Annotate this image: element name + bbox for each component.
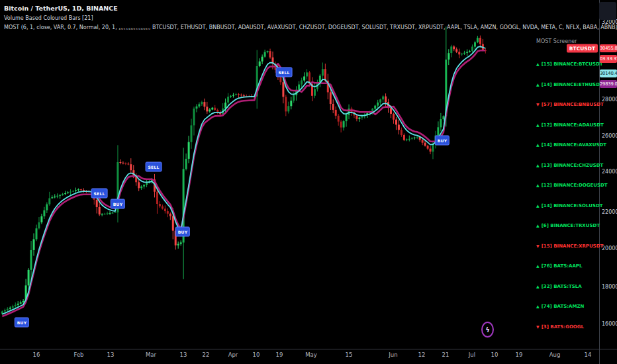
trend-down-icon: ▼	[536, 324, 540, 329]
signal-bar-count: [6]	[542, 223, 551, 228]
lightning-badge-icon[interactable]: ϟ	[481, 322, 494, 338]
screener-symbol-label: BINANCE:DOGEUSDT	[553, 183, 607, 188]
signal-bar-count: [15]	[542, 244, 554, 249]
time-axis-label: 21	[442, 351, 450, 358]
screener-row[interactable]: ▲[76] BATS:AAPL	[536, 263, 582, 269]
buy-signal-label: BUY	[15, 318, 29, 328]
indicator-label-most[interactable]: MOST (6, 1, close, VAR, 0.7, Normal, 20,…	[4, 24, 617, 30]
time-axis-label: 19	[516, 351, 523, 358]
signal-bar-count: [15]	[542, 62, 554, 67]
trend-up-icon: ▲	[536, 183, 540, 187]
trend-up-icon: ▲	[536, 223, 540, 228]
time-axis-label: 15	[346, 351, 353, 358]
sell-signal-label: SELL	[146, 162, 162, 172]
screener-symbol-label: BATS:AMZN	[553, 304, 584, 309]
screener-symbol-label: BINANCE:AVAXUSDT	[553, 142, 606, 148]
screener-symbol-label: BINANCE:BNBUSDT	[553, 102, 604, 107]
screener-row[interactable]: ▲[12] BINANCE:DOGEUSDT	[536, 183, 608, 188]
buy-signal-label: BUY	[111, 199, 125, 209]
time-axis-label: 14	[585, 351, 592, 358]
signal-bar-count: [32]	[542, 284, 554, 289]
time-axis-label: 10	[253, 351, 260, 358]
trend-up-icon: ▲	[536, 304, 540, 308]
trend-up-icon: ▲	[536, 163, 540, 167]
screener-symbol-label: BINANCE:SOLUSDT	[553, 203, 602, 208]
symbol-price-tag: BTCUSDT	[567, 44, 598, 53]
bar-countdown-tag: 03:33:37	[600, 55, 617, 63]
time-axis-label: Feb	[73, 351, 83, 358]
price-axis-label: 20000.00	[602, 246, 617, 251]
screener-row[interactable]: ▲[32] BATS:TSLA	[536, 284, 582, 289]
signal-bar-count: [12]	[542, 122, 554, 128]
trend-up-icon: ▲	[536, 82, 540, 87]
chart-legend: Bitcoin / TetherUS, 1D, BINANCE Volume B…	[4, 5, 617, 34]
symbol-title[interactable]: Bitcoin / TetherUS, 1D, BINANCE	[4, 5, 617, 12]
signal-bar-count: [74]	[542, 304, 554, 309]
screener-row[interactable]: ▲[14] BINANCE:SOLUSDT	[536, 203, 603, 208]
trend-up-icon: ▲	[536, 62, 540, 66]
time-axis-label: 10	[491, 351, 498, 358]
screener-row[interactable]: ▲[12] BINANCE:ADAUSDT	[536, 122, 604, 128]
signal-bar-count: [14]	[542, 142, 554, 148]
trend-up-icon: ▲	[536, 142, 540, 147]
signal-bar-count: [14]	[542, 82, 554, 87]
time-axis-label: Mar	[146, 351, 156, 358]
time-axis-label: Jun	[389, 351, 397, 358]
screener-symbol-label: BINANCE:TRXUSDT	[550, 223, 600, 228]
screener-symbol-label: BATS:TSLA	[553, 284, 582, 289]
time-axis-label: 19	[276, 351, 283, 358]
most-line-price-tag: 29839.03	[600, 80, 617, 88]
price-axis-label: 26000.00	[602, 133, 617, 139]
screener-symbol-label: BINANCE:XRPUSDT	[553, 244, 603, 249]
trading-chart-window: Bitcoin / TetherUS, 1D, BINANCE Volume B…	[0, 0, 617, 364]
price-axis-label: 28000.00	[602, 97, 617, 103]
sell-signal-label: SELL	[91, 189, 108, 199]
trend-up-icon: ▲	[536, 203, 540, 208]
trend-up-icon: ▲	[536, 263, 540, 268]
price-axis-label: 16000.00	[602, 321, 617, 327]
screener-row[interactable]: ▲[6] BINANCE:TRXUSDT	[536, 223, 600, 228]
watermark-box[interactable]	[599, 2, 616, 20]
trend-down-icon: ▼	[536, 244, 540, 248]
screener-symbol-label: BATS:AAPL	[553, 263, 582, 269]
buy-signal-label: BUY	[435, 136, 450, 146]
screener-symbol-label: BATS:GOOGL	[550, 324, 584, 330]
screener-row[interactable]: ▲[13] BINANCE:CHZUSDT	[536, 163, 603, 168]
screener-symbol-label: BINANCE:ADAUSDT	[553, 122, 604, 128]
trend-up-icon: ▲	[536, 284, 540, 289]
time-axis-label: Aug	[549, 351, 561, 358]
screener-row[interactable]: ▲[74] BATS:AMZN	[536, 304, 584, 309]
signal-bar-count: [12]	[542, 183, 554, 188]
signal-bar-count: [76]	[542, 263, 554, 269]
price-axis-label: 24000.00	[602, 169, 617, 175]
screener-row[interactable]: ▲[15] BINANCE:BTCUSDT	[536, 62, 603, 67]
signal-bar-count: [13]	[542, 163, 554, 168]
screener-row[interactable]: ▼[3] BATS:GOOGL	[536, 324, 584, 330]
screener-symbol-label: BINANCE:ETHUSDT	[553, 82, 603, 87]
indicator-label-volume-bars[interactable]: Volume Based Coloured Bars [21]	[4, 15, 617, 21]
screener-row[interactable]: ▲[14] BINANCE:AVAXUSDT	[536, 142, 606, 148]
signal-bar-count: [14]	[542, 203, 554, 208]
last-price-tag: 30455.89	[600, 44, 617, 52]
trend-down-icon: ▼	[536, 102, 540, 107]
price-axis-label: 22000.00	[602, 209, 617, 215]
screener-row[interactable]: ▲[14] BINANCE:ETHUSDT	[536, 82, 603, 87]
ma-line-price-tag: 30140.43	[600, 69, 617, 77]
screener-symbol-label: BINANCE:CHZUSDT	[553, 163, 603, 168]
screener-row[interactable]: ▼[15] BINANCE:XRPUSDT	[536, 244, 603, 249]
time-axis-label: 13	[107, 351, 115, 358]
signal-bar-count: [3]	[542, 324, 551, 330]
time-axis-label: Jul	[469, 351, 475, 358]
screener-row[interactable]: ▼[57] BINANCE:BNBUSDT	[536, 102, 604, 107]
time-axis-label: 22	[203, 351, 210, 358]
time-axis-label: Apr	[228, 351, 238, 358]
signal-bar-count: [57]	[542, 102, 554, 107]
price-axis-label: 18000.00	[602, 284, 617, 290]
candlestick-chart[interactable]	[0, 0, 617, 364]
screener-symbol-label: BINANCE:BTCUSDT	[553, 62, 602, 67]
time-axis-label: 12	[418, 351, 426, 358]
time-axis-label: 16	[33, 351, 40, 358]
sell-signal-label: SELL	[276, 68, 293, 77]
time-axis-label: May	[305, 351, 317, 358]
buy-signal-label: BUY	[175, 227, 190, 237]
